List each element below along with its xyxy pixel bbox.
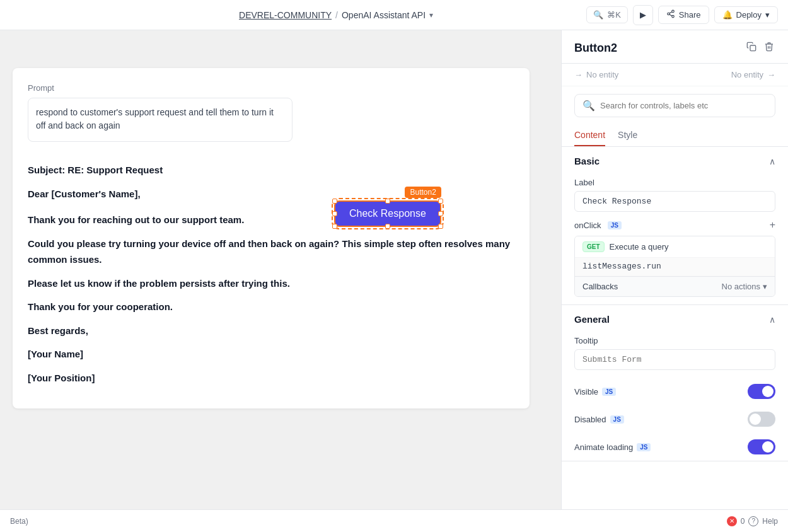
js-badge: JS [608, 221, 622, 229]
delete-icon[interactable] [763, 40, 775, 55]
search-controls-icon: 🔍 [582, 100, 595, 112]
arrow-right-icon: → [574, 70, 582, 79]
email-para2: Could you please try turning your device… [28, 236, 514, 268]
visible-js-badge: JS [602, 388, 616, 396]
project-chevron-icon[interactable]: ▾ [429, 11, 433, 20]
entity-right-label: No entity [731, 70, 763, 79]
bottom-left: Beta) [10, 517, 28, 526]
controls-search-input[interactable] [600, 101, 767, 110]
query-card: GET Execute a query listMessages.run Cal… [574, 236, 775, 297]
onclick-label-row: onClick JS + [574, 219, 775, 231]
bottom-bar: Beta) ✕ 0 ? Help [0, 509, 788, 532]
canvas: Add Message Prompt respond to customer's… [0, 30, 561, 509]
disabled-label-text: Disabled [574, 415, 606, 424]
resize-handle-tm[interactable] [385, 199, 390, 204]
resize-handle-ml[interactable] [332, 211, 337, 216]
resize-handle-tr[interactable] [438, 199, 443, 204]
entity-row: → No entity No entity → [562, 64, 788, 86]
basic-section-header[interactable]: Basic ∧ [562, 147, 788, 175]
visible-label-text: Visible [574, 387, 598, 396]
controls-search-bar[interactable]: 🔍 [574, 94, 775, 117]
deploy-label: Deploy [736, 10, 762, 20]
query-name[interactable]: listMessages.run [575, 257, 775, 276]
no-actions-text: No actions [722, 282, 760, 291]
svg-point-0 [672, 10, 675, 13]
help-icon: ? [748, 516, 758, 526]
basic-section: Basic ∧ Label onClick JS + GET Execute [562, 147, 788, 305]
general-chevron-icon: ∧ [769, 315, 775, 325]
svg-rect-5 [750, 45, 756, 51]
error-circle: ✕ [727, 516, 737, 526]
animate-loading-toggle[interactable] [748, 439, 775, 454]
path-separator: / [335, 10, 338, 20]
get-badge: GET [582, 241, 605, 252]
tooltip-field: Tooltip [562, 333, 788, 378]
label-field: Label [562, 175, 788, 219]
callbacks-row: Callbacks No actions ▾ [575, 276, 775, 296]
execute-query-text: Execute a query [610, 242, 669, 252]
share-button[interactable]: Share [658, 6, 709, 24]
basic-section-title: Basic [574, 156, 600, 166]
check-response-canvas-button[interactable]: Check Response [334, 200, 441, 227]
resize-handle-br[interactable] [438, 224, 443, 229]
label-input[interactable] [574, 191, 775, 212]
prompt-text[interactable]: respond to customer's support request an… [28, 98, 293, 142]
svg-line-3 [669, 14, 672, 16]
tooltip-input[interactable] [574, 349, 775, 370]
error-count: 0 [741, 517, 745, 526]
svg-line-4 [669, 12, 672, 13]
animate-loading-label-text: Animate loading [574, 442, 633, 452]
svg-point-1 [668, 13, 670, 15]
general-section: General ∧ Tooltip Visible JS Disabled [562, 305, 788, 461]
disabled-label: Disabled JS [574, 415, 624, 424]
resize-handle-mr[interactable] [438, 211, 443, 216]
general-section-title: General [574, 314, 610, 325]
bottom-right[interactable]: ✕ 0 ? Help [727, 516, 778, 526]
topbar-right: 🔍 ⌘K ▶ Share 🔔 Deploy ▾ [586, 5, 778, 25]
visible-toggle[interactable] [748, 384, 775, 399]
resize-handle-bm[interactable] [385, 224, 390, 229]
email-closing1: Best regards, [28, 323, 514, 339]
resize-handle-bl[interactable] [332, 224, 337, 229]
svg-point-2 [672, 15, 675, 18]
onclick-add-button[interactable]: + [770, 219, 775, 231]
tab-style[interactable]: Style [618, 125, 637, 146]
email-subject: Subject: RE: Support Request [28, 162, 514, 178]
search-shortcut: ⌘K [607, 10, 621, 20]
canvas-card: Prompt respond to customer's support req… [13, 68, 530, 408]
panel-title: Button2 [574, 42, 617, 55]
duplicate-icon[interactable] [745, 40, 758, 55]
devrel-link[interactable]: DEVREL-COMMUNITY [239, 10, 332, 20]
resize-handle-tl[interactable] [332, 199, 337, 204]
main-area: Add Message Prompt respond to customer's… [0, 30, 788, 509]
entity-left-label: No entity [586, 70, 618, 79]
disabled-toggle[interactable] [748, 412, 775, 427]
search-button[interactable]: 🔍 ⌘K [586, 6, 628, 23]
tab-content[interactable]: Content [574, 125, 605, 146]
panel-header-icons [745, 40, 775, 55]
topbar-center: DEVREL-COMMUNITY / OpenAI Assistant API … [239, 10, 433, 20]
prompt-label: Prompt [28, 83, 514, 93]
panel-tabs: Content Style [562, 125, 788, 147]
project-name[interactable]: OpenAI Assistant API [342, 10, 426, 20]
onclick-label-text: onClick [574, 221, 601, 230]
button-tag-label: Button2 [405, 187, 441, 198]
email-para4: Thank you for your cooperation. [28, 299, 514, 315]
panel-header: Button2 [562, 30, 788, 64]
animate-loading-js-badge: JS [637, 443, 651, 451]
deploy-chevron-icon: ▾ [765, 10, 770, 20]
email-closing3: [Your Position] [28, 370, 514, 386]
arrow-left-icon: → [767, 70, 775, 79]
entity-left: → No entity [574, 70, 618, 79]
help-label[interactable]: Help [762, 517, 778, 526]
visible-label: Visible JS [574, 387, 616, 396]
deploy-button[interactable]: 🔔 Deploy ▾ [714, 6, 778, 23]
tooltip-field-label: Tooltip [574, 336, 775, 345]
callbacks-label: Callbacks [582, 282, 618, 291]
disabled-js-badge: JS [610, 415, 624, 424]
no-actions[interactable]: No actions ▾ [722, 282, 767, 291]
basic-chevron-icon: ∧ [769, 156, 775, 166]
general-section-header[interactable]: General ∧ [562, 305, 788, 333]
run-button[interactable]: ▶ [633, 5, 653, 25]
entity-right: No entity → [731, 70, 775, 79]
